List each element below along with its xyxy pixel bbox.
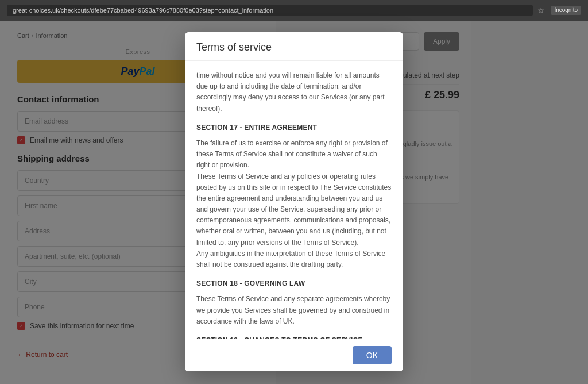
browser-icons: ☆ Incognito <box>537 6 581 15</box>
modal-intro: time without notice and you will remain … <box>196 70 392 114</box>
modal-body[interactable]: time without notice and you will remain … <box>185 61 403 339</box>
modal-title: Terms of service <box>196 41 392 53</box>
ok-button[interactable]: OK <box>353 346 392 364</box>
page-content: Cart › Information Express PayPal Contac… <box>0 21 588 384</box>
modal-overlay: Terms of service time without notice and… <box>0 21 588 384</box>
section-18-text: These Terms of Service and any separate … <box>196 294 392 327</box>
incognito-badge: Incognito <box>551 6 581 15</box>
section-17-text: The failure of us to exercise or enforce… <box>196 138 392 270</box>
modal-footer: OK <box>185 339 403 371</box>
browser-chrome: great-choices.uk/checkouts/dfebe77cbabed… <box>0 0 588 21</box>
modal-header: Terms of service <box>185 32 403 61</box>
section-17-heading: SECTION 17 - ENTIRE AGREEMENT <box>196 122 392 133</box>
url-bar[interactable]: great-choices.uk/checkouts/dfebe77cbabed… <box>7 5 533 16</box>
star-icon[interactable]: ☆ <box>537 6 545 15</box>
section-18-heading: SECTION 18 - GOVERNING LAW <box>196 278 392 289</box>
terms-modal: Terms of service time without notice and… <box>185 32 403 371</box>
